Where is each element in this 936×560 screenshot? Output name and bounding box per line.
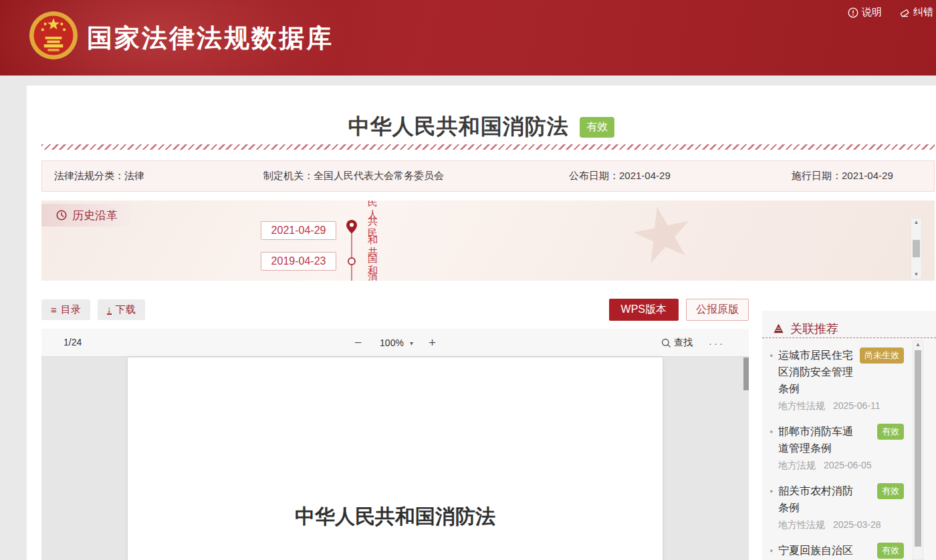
list-item[interactable]: ● 宁夏回族自治区 有效 <box>770 542 905 559</box>
item-date: 2025-06-11 <box>833 400 881 412</box>
hatched-divider <box>41 144 935 150</box>
related-header: 关联推荐 <box>762 311 936 338</box>
actions-right: WPS版本 公报原版 <box>609 299 749 321</box>
bullet-icon: ● <box>770 547 773 554</box>
catalog-label: 目录 <box>61 303 81 316</box>
pdf-page: 中华人民共和国消防法 <box>128 358 663 560</box>
related-list: ● 运城市居民住宅区消防安全管理条例 尚未生效 地方性法规 2025-06-11… <box>762 338 936 559</box>
item-category: 地方性法规 <box>778 400 825 412</box>
page-indicator: 1/24 <box>64 337 82 347</box>
recommend-icon <box>772 322 785 335</box>
meta-issuing-body: 制定机关：全国人民代表大会常务委员会 <box>251 170 557 182</box>
correction-label: 纠错 <box>913 6 933 19</box>
timeline-connector <box>351 233 352 281</box>
related-item-meta: 地方性法规 2025-06-11 <box>778 400 905 412</box>
scroll-down-icon[interactable]: ▼ <box>914 272 919 277</box>
status-badge: 有效 <box>877 543 904 559</box>
help-link[interactable]: 说明 <box>848 6 882 19</box>
meta-publish-date: 公布日期：2021-04-29 <box>557 170 780 182</box>
correction-link[interactable]: 纠错 <box>899 6 933 19</box>
gazette-original-button[interactable]: 公报原版 <box>686 299 749 321</box>
sidebar-scrollbar[interactable]: ▲ <box>913 340 923 560</box>
status-badge: 有效 <box>877 424 904 440</box>
find-label: 查找 <box>674 337 693 349</box>
related-item-title[interactable]: 邯郸市消防车通道管理条例 <box>778 423 857 456</box>
zoom-in-icon[interactable]: + <box>429 335 436 350</box>
item-date: 2025-03-28 <box>833 519 881 531</box>
eraser-icon <box>899 7 910 18</box>
more-icon[interactable]: ··· <box>709 337 725 349</box>
item-category: 地方法规 <box>778 460 816 472</box>
status-badge: 有效 <box>580 117 614 138</box>
info-icon <box>848 7 858 18</box>
scroll-up-icon[interactable]: ▲ <box>914 220 919 225</box>
catalog-button[interactable]: ≡ 目录 <box>41 299 90 320</box>
actions-row: ≡ 目录 ↓ 下载 WPS版本 公报原版 <box>41 299 749 321</box>
related-item-title[interactable]: 宁夏回族自治区 <box>778 542 857 559</box>
item-category: 地方性法规 <box>778 519 825 531</box>
related-item-title[interactable]: 韶关市农村消防条例 <box>778 482 857 516</box>
history-scrollbar[interactable]: ▲ ▼ <box>911 218 922 279</box>
download-button[interactable]: ↓ 下载 <box>98 299 145 320</box>
chevron-down-icon[interactable]: ▾ <box>410 339 413 347</box>
meta-effective-date: 施行日期：2021-04-29 <box>780 170 893 182</box>
zoom-level: 100% <box>380 337 404 348</box>
related-title: 关联推荐 <box>790 321 838 337</box>
history-title: 历史沿革 <box>72 208 118 223</box>
document-title: 中华人民共和国消防法 <box>128 358 663 531</box>
content-card: 中华人民共和国消防法 有效 法律法规分类：法律 制定机关：全国人民代表大会常务委… <box>27 86 936 560</box>
law-title: 中华人民共和国消防法 <box>348 114 569 138</box>
status-badge: 有效 <box>877 483 904 499</box>
header-links: 说明 纠错 <box>848 6 933 19</box>
pdf-viewer: 1/24 − 100% ▾ + 查找 ··· <box>41 329 749 560</box>
bullet-icon: ● <box>770 488 773 495</box>
bullet-icon: ● <box>770 352 773 359</box>
national-emblem-logo <box>28 9 79 62</box>
timeline-date[interactable]: 2021-04-29 <box>261 221 336 240</box>
sidebar-scrollbar-thumb[interactable] <box>915 350 921 547</box>
timeline-date[interactable]: 2019-04-23 <box>261 252 336 271</box>
timeline-circle-icon <box>348 257 356 265</box>
related-item-meta: 地方性法规 2025-03-28 <box>778 519 905 531</box>
zoom-controls: − 100% ▾ + <box>354 329 436 357</box>
related-item-meta: 地方法规 2025-06-05 <box>778 460 905 472</box>
help-label: 说明 <box>862 6 882 19</box>
site-title: 国家法律法规数据库 <box>87 21 334 55</box>
download-icon: ↓ <box>107 305 112 315</box>
history-scrollbar-thumb[interactable] <box>913 240 920 257</box>
app-window: 国家法律法规数据库 说明 纠错 中华人民共和国消防法 <box>0 0 936 560</box>
background-star-decoration: ★ <box>622 200 704 281</box>
scroll-up-icon[interactable]: ▲ <box>915 342 921 347</box>
list-icon: ≡ <box>51 304 57 315</box>
meta-bar: 法律法规分类：法律 制定机关：全国人民代表大会常务委员会 公布日期：2021-0… <box>41 160 935 192</box>
status-badge: 尚未生效 <box>860 347 904 364</box>
timeline-entry-name[interactable]: 中华人民共和国消防法 <box>368 200 378 281</box>
download-label: 下载 <box>116 303 136 316</box>
list-item[interactable]: ● 运城市居民住宅区消防安全管理条例 尚未生效 地方性法规 2025-06-11 <box>770 347 905 412</box>
meta-category: 法律法规分类：法律 <box>42 170 251 182</box>
zoom-out-icon[interactable]: − <box>354 335 362 350</box>
history-section-label: 历史沿革 <box>41 204 132 227</box>
search-icon <box>661 338 671 348</box>
history-panel: ★ 历史沿革 2021-04-29 中华人民共和国消防法 2019-04-23 <box>41 200 935 281</box>
actions-left: ≡ 目录 ↓ 下载 <box>41 299 145 320</box>
item-date: 2025-06-05 <box>824 460 872 472</box>
find-group: 查找 ··· <box>661 329 725 357</box>
site-header: 国家法律法规数据库 说明 纠错 <box>0 0 936 76</box>
list-item[interactable]: ● 邯郸市消防车通道管理条例 有效 地方法规 2025-06-05 <box>770 423 905 472</box>
history-clock-icon <box>55 209 68 221</box>
pdf-scrollbar-thumb[interactable] <box>743 358 749 390</box>
find-button[interactable]: 查找 <box>661 337 693 349</box>
law-title-row: 中华人民共和国消防法 有效 <box>27 112 936 142</box>
bullet-icon: ● <box>770 428 773 435</box>
related-sidebar: 关联推荐 ● 运城市居民住宅区消防安全管理条例 尚未生效 地方性法规 2025-… <box>762 311 936 560</box>
list-item[interactable]: ● 韶关市农村消防条例 有效 地方性法规 2025-03-28 <box>770 482 905 531</box>
related-item-title[interactable]: 运城市居民住宅区消防安全管理条例 <box>778 347 857 397</box>
wps-version-button[interactable]: WPS版本 <box>609 299 679 321</box>
timeline-pin-icon <box>346 219 358 234</box>
pdf-toolbar: 1/24 − 100% ▾ + 查找 ··· <box>41 329 749 357</box>
